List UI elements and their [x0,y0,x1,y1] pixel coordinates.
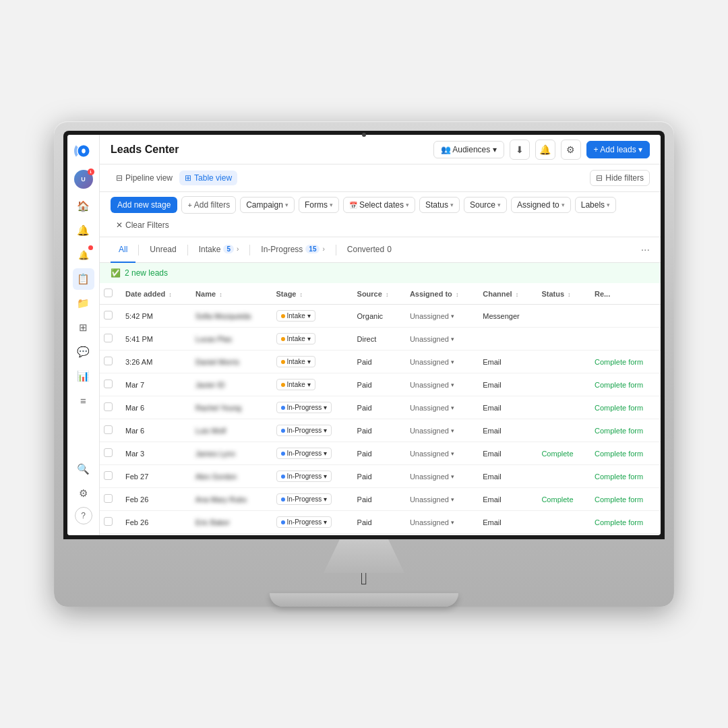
action-cell[interactable]: Complete form [588,351,661,373]
row-checkbox[interactable] [104,334,113,342]
sidebar-item-chat[interactable]: 💬 [73,341,94,363]
complete-form-button[interactable]: Complete form [595,518,643,526]
action-cell[interactable] [588,305,661,328]
status-col-header[interactable]: Status ↕ [535,283,588,305]
row-checkbox[interactable] [104,357,113,365]
row-checkbox[interactable] [104,494,113,503]
assigned-cell[interactable]: Unassigned ▾ [403,511,476,534]
stage-col-header[interactable]: Stage ↕ [270,283,351,305]
table-row: 5:42 PM Sofia Mozqueida Intake ▾ Organic… [100,305,661,328]
assigned-to-filter[interactable]: Assigned to ▾ [511,197,571,213]
assigned-cell[interactable]: Unassigned ▾ [403,419,476,442]
add-stage-button[interactable]: Add new stage [111,197,177,213]
tab-unread[interactable]: Unread [142,237,184,263]
stage-cell[interactable]: In-Progress ▾ [270,419,351,442]
sidebar-item-grid[interactable]: ⊞ [73,317,94,338]
date-cell: Feb 26 [119,488,189,511]
assigned-cell[interactable]: Unassigned ▾ [403,396,476,419]
action-cell[interactable] [588,328,661,351]
campaign-filter[interactable]: Campaign ▾ [240,197,295,213]
tab-inprogress[interactable]: In-Progress 15 › [253,237,333,263]
row-checkbox[interactable] [104,402,113,411]
sidebar-item-home[interactable]: 🏠 [73,195,94,217]
stage-cell[interactable]: Intake ▾ [270,328,351,351]
notification-button[interactable]: 🔔 [535,140,555,160]
row-checkbox[interactable] [104,311,113,320]
action-cell[interactable]: Complete form [588,373,661,396]
forms-filter[interactable]: Forms ▾ [299,197,339,213]
assigned-cell[interactable]: Unassigned ▾ [403,488,476,511]
assigned-cell[interactable]: Unassigned ▾ [403,373,476,396]
stage-cell[interactable]: In-Progress ▾ [270,396,351,419]
name-cell: Rachel Young [189,396,269,419]
stage-cell[interactable]: Intake ▾ [270,305,351,328]
more-tabs-icon[interactable]: ··· [641,244,650,256]
audiences-button[interactable]: 👥 Audiences ▾ [433,141,504,158]
sidebar-item-analytics[interactable]: 📊 [73,365,94,387]
stage-cell[interactable]: Intake ▾ [270,351,351,373]
dates-filter[interactable]: 📅 Select dates ▾ [343,197,415,213]
select-all-header[interactable] [100,283,119,305]
assigned-cell[interactable]: Unassigned ▾ [403,465,476,488]
add-leads-button[interactable]: + Add leads ▾ [586,141,650,158]
row-checkbox[interactable] [104,448,113,457]
sidebar-settings-icon[interactable]: ⚙ [73,483,94,504]
pipeline-view-button[interactable]: ⊟ Pipeline view [111,171,178,185]
stage-cell[interactable]: In-Progress ▾ [270,442,351,465]
download-button[interactable]: ⬇ [510,140,530,160]
tab-converted[interactable]: Converted 0 [339,237,400,263]
row-checkbox[interactable] [104,471,113,480]
row-checkbox[interactable] [104,380,113,388]
table-view-button[interactable]: ⊞ Table view [179,171,237,185]
name-col-header[interactable]: Name ↕ [189,283,269,305]
hide-filters-button[interactable]: ⊟ Hide filters [590,170,650,186]
status-cell [535,396,588,419]
labels-filter[interactable]: Labels ▾ [575,197,616,213]
stage-cell[interactable]: In-Progress ▾ [270,511,351,534]
action-cell[interactable]: Complete form [588,465,661,488]
chevron-down-icon: ▾ [285,202,289,208]
tab-intake[interactable]: Intake 5 › [191,237,247,263]
sidebar-item-leads[interactable]: 📋 [73,268,94,290]
date-added-col-header[interactable]: Date added ↕ [119,283,189,305]
action-cell[interactable]: Complete form [588,442,661,465]
action-cell[interactable]: Complete form [588,419,661,442]
sidebar-item-contacts[interactable]: 📁 [73,293,94,314]
select-all-checkbox[interactable] [104,289,113,297]
sidebar-search-icon[interactable]: 🔍 [73,458,94,480]
complete-form-button[interactable]: Complete form [595,427,643,435]
action-cell[interactable]: Complete form [588,488,661,511]
complete-form-button[interactable]: Complete form [595,381,643,389]
action-cell[interactable]: Complete form [588,511,661,534]
user-avatar[interactable]: U 1 [74,170,93,189]
clear-filters-button[interactable]: ✕ Clear Filters [111,218,175,233]
row-checkbox[interactable] [104,517,113,526]
date-cell: Feb 26 [119,511,189,534]
stage-cell[interactable]: Intake ▾ [270,373,351,396]
status-filter[interactable]: Status ▾ [419,197,460,213]
assigned-cell[interactable]: Unassigned ▾ [403,305,476,328]
tab-all[interactable]: All [111,237,135,263]
add-filters-button[interactable]: + Add filters [181,196,236,214]
complete-form-button[interactable]: Complete form [595,358,643,366]
stage-cell[interactable]: In-Progress ▾ [270,465,351,488]
sidebar-item-notifications[interactable]: 🔔 [73,220,94,241]
gear-button[interactable]: ⚙ [561,140,581,160]
complete-form-button[interactable]: Complete form [595,404,643,412]
assigned-cell[interactable]: Unassigned ▾ [403,351,476,373]
complete-form-button[interactable]: Complete form [595,450,643,458]
stage-cell[interactable]: In-Progress ▾ [270,488,351,511]
assigned-cell[interactable]: Unassigned ▾ [403,442,476,465]
sidebar-item-menu[interactable]: ≡ [73,390,94,411]
channel-col-header[interactable]: Channel ↕ [476,283,535,305]
complete-form-button[interactable]: Complete form [595,473,643,481]
complete-form-button[interactable]: Complete form [595,495,643,504]
source-filter[interactable]: Source ▾ [464,197,507,213]
action-cell[interactable]: Complete form [588,396,661,419]
sidebar-item-alerts[interactable]: 🔔 [73,244,94,266]
sidebar-help-icon[interactable]: ? [75,507,92,524]
source-col-header[interactable]: Source ↕ [351,283,403,305]
assigned-cell[interactable]: Unassigned ▾ [403,328,476,351]
assigned-col-header[interactable]: Assigned to ↕ [403,283,476,305]
row-checkbox[interactable] [104,425,113,434]
